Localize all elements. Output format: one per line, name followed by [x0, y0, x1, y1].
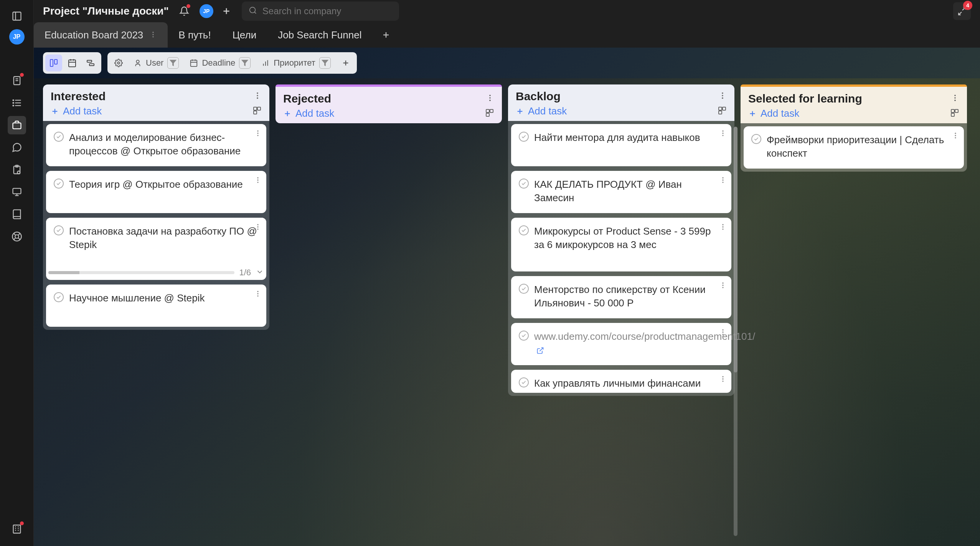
tab-job-search[interactable]: Job Search Funnel: [267, 22, 372, 48]
more-vertical-icon[interactable]: [719, 223, 727, 232]
search-input[interactable]: [262, 6, 392, 17]
column-settings-icon[interactable]: [718, 106, 727, 117]
more-vertical-icon[interactable]: [254, 176, 262, 185]
priority-filter[interactable]: Приоритет: [257, 55, 335, 71]
more-vertical-icon[interactable]: [719, 176, 727, 185]
chevron-down-icon[interactable]: [256, 268, 264, 278]
task-card[interactable]: Найти ментора для аудита навыков: [511, 124, 731, 166]
search-box[interactable]: [242, 2, 399, 21]
task-card[interactable]: Фреймворки приоритезации | Сделать консп…: [744, 126, 964, 169]
help-icon[interactable]: [8, 227, 26, 246]
svg-marker-57: [241, 60, 248, 66]
book-icon[interactable]: [8, 205, 26, 223]
tab-v-put[interactable]: В путь!: [168, 22, 221, 48]
more-vertical-icon[interactable]: [254, 290, 262, 299]
avatar[interactable]: JP: [9, 29, 25, 45]
bell-icon[interactable]: [177, 3, 192, 19]
check-circle-icon[interactable]: [519, 225, 529, 235]
deadline-filter[interactable]: Deadline: [186, 55, 254, 71]
add-task-button[interactable]: Add task: [283, 108, 334, 119]
task-card[interactable]: Микрокурсы от Product Sense - 3 599р за …: [511, 218, 731, 271]
add-tab-button[interactable]: [378, 27, 394, 43]
task-card[interactable]: www.udemy.com/course/productmanagement10…: [511, 323, 731, 365]
check-circle-icon[interactable]: [519, 284, 529, 294]
svg-point-33: [250, 7, 256, 13]
chat-icon[interactable]: [8, 138, 26, 157]
briefcase-icon[interactable]: [8, 116, 26, 134]
add-filter-button[interactable]: [338, 55, 354, 71]
svg-point-37: [153, 31, 154, 33]
column-settings-icon[interactable]: [252, 106, 262, 117]
file-icon[interactable]: [8, 71, 26, 90]
column-header: Rejected Add task: [276, 87, 502, 123]
check-circle-icon[interactable]: [54, 179, 64, 189]
more-vertical-icon[interactable]: [719, 375, 727, 384]
task-card[interactable]: КАК ДЕЛАТЬ ПРОДУКТ @ Иван Замесин: [511, 171, 731, 213]
list-icon[interactable]: [8, 94, 26, 112]
check-circle-icon[interactable]: [519, 377, 529, 387]
check-circle-icon[interactable]: [54, 225, 64, 235]
add-task-button[interactable]: Add task: [516, 105, 567, 117]
svg-point-65: [257, 95, 258, 96]
header-avatar[interactable]: JP: [200, 4, 213, 18]
check-circle-icon[interactable]: [519, 331, 529, 341]
column-body: Фреймворки приоритезации | Сделать консп…: [741, 123, 967, 172]
task-card[interactable]: Постановка задачи на разработку ПО @ Ste…: [46, 218, 266, 280]
check-circle-icon[interactable]: [519, 132, 529, 142]
card-title: Менторство по спикерству от Ксении Ильян…: [534, 283, 724, 311]
plus-icon[interactable]: [219, 3, 234, 19]
task-card[interactable]: Менторство по спикерству от Ксении Ильян…: [511, 276, 731, 318]
svg-point-92: [722, 93, 723, 94]
svg-line-36: [959, 12, 962, 15]
svg-point-39: [153, 36, 154, 37]
svg-point-110: [722, 285, 723, 286]
check-circle-icon[interactable]: [751, 134, 761, 144]
settings-button[interactable]: [111, 55, 127, 71]
svg-rect-53: [191, 60, 197, 67]
task-card[interactable]: Теория игр @ Открытое образование: [46, 171, 266, 213]
external-link-icon[interactable]: [536, 347, 544, 354]
board-view-button[interactable]: [45, 55, 62, 71]
more-vertical-icon[interactable]: [719, 328, 727, 338]
clipboard-icon[interactable]: [8, 160, 26, 179]
column-rejected: Rejected Add task: [276, 84, 502, 540]
task-card[interactable]: Научное мышление @ Stepik: [46, 285, 266, 327]
svg-rect-97: [719, 107, 722, 110]
more-vertical-icon[interactable]: [718, 91, 727, 101]
building-icon[interactable]: [8, 520, 26, 538]
more-vertical-icon[interactable]: [719, 129, 727, 139]
user-filter[interactable]: User: [130, 55, 183, 71]
panel-toggle-icon[interactable]: [8, 7, 26, 25]
svg-point-105: [722, 182, 723, 183]
task-card[interactable]: Анализ и моделирование бизнес-процессов …: [46, 124, 266, 166]
filter-label: Deadline: [202, 58, 235, 68]
column-settings-icon[interactable]: [485, 108, 494, 119]
task-card[interactable]: Как управлять личными финансами: [511, 370, 731, 393]
more-vertical-icon[interactable]: [254, 129, 262, 139]
more-vertical-icon[interactable]: [149, 29, 157, 41]
more-vertical-icon[interactable]: [951, 94, 959, 104]
inbox-icon[interactable]: 4: [953, 2, 971, 20]
check-circle-icon[interactable]: [519, 179, 529, 189]
monitor-icon[interactable]: [8, 183, 26, 201]
tab-tseli[interactable]: Цели: [222, 22, 267, 48]
check-circle-icon[interactable]: [54, 292, 64, 302]
svg-point-72: [257, 131, 258, 132]
more-vertical-icon[interactable]: [254, 223, 262, 232]
more-vertical-icon[interactable]: [952, 132, 959, 141]
column-title: Backlog: [516, 90, 561, 103]
tab-education-board[interactable]: Education Board 2023: [34, 22, 168, 48]
more-vertical-icon[interactable]: [486, 94, 494, 104]
svg-point-84: [489, 95, 491, 96]
timeline-view-button[interactable]: [82, 55, 99, 71]
more-vertical-icon[interactable]: [719, 281, 727, 291]
add-task-button[interactable]: Add task: [748, 108, 799, 119]
column-selected: Selected for learning Add task: [741, 84, 967, 540]
more-vertical-icon[interactable]: [253, 91, 262, 101]
column-settings-icon[interactable]: [950, 108, 959, 119]
add-task-button[interactable]: Add task: [51, 105, 102, 117]
calendar-view-button[interactable]: [64, 55, 81, 71]
check-circle-icon[interactable]: [54, 132, 64, 142]
svg-rect-99: [719, 111, 722, 114]
scrollbar[interactable]: [734, 127, 737, 536]
